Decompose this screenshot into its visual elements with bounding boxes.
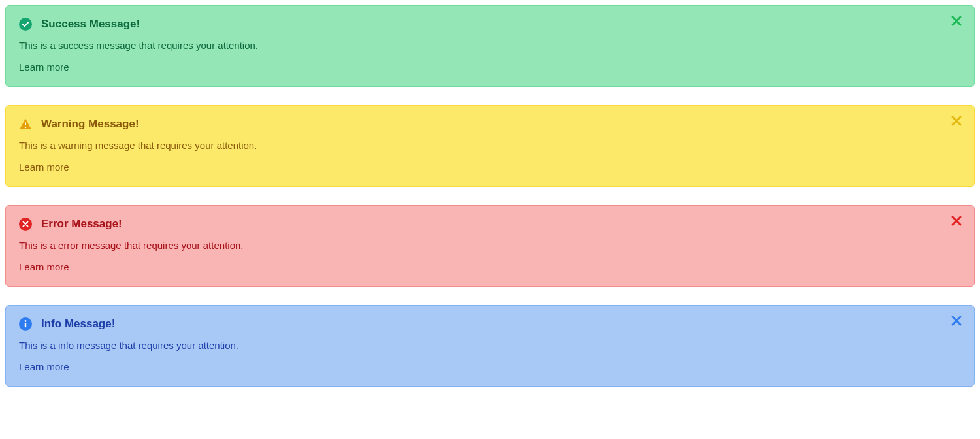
warning-triangle-icon <box>19 118 32 131</box>
alert-body: This is a success message that requires … <box>19 40 941 51</box>
alert-warning: Warning Message! This is a warning messa… <box>5 105 975 187</box>
learn-more-link[interactable]: Learn more <box>19 61 69 74</box>
close-icon <box>950 114 963 130</box>
learn-more-link[interactable]: Learn more <box>19 261 69 274</box>
alert-header: Success Message! <box>19 18 941 31</box>
svg-point-5 <box>25 320 27 322</box>
close-button[interactable] <box>949 315 964 329</box>
learn-more-link[interactable]: Learn more <box>19 161 69 174</box>
close-button[interactable] <box>949 15 964 29</box>
svg-point-0 <box>19 18 32 31</box>
svg-point-2 <box>25 127 26 128</box>
alert-title: Info Message! <box>41 317 115 331</box>
close-icon <box>950 314 963 330</box>
alert-header: Error Message! <box>19 218 941 231</box>
alert-header: Info Message! <box>19 317 941 331</box>
close-button[interactable] <box>949 115 964 129</box>
alert-title: Success Message! <box>41 18 140 31</box>
alert-title: Warning Message! <box>41 118 139 131</box>
svg-rect-1 <box>25 122 26 125</box>
svg-rect-6 <box>25 323 26 327</box>
info-circle-icon <box>19 317 32 331</box>
alert-body: This is a error message that requires yo… <box>19 240 941 251</box>
alert-body: This is a warning message that requires … <box>19 140 941 151</box>
learn-more-link[interactable]: Learn more <box>19 361 69 374</box>
close-icon <box>950 14 963 30</box>
alert-info: Info Message! This is a info message tha… <box>5 305 975 387</box>
x-circle-icon <box>19 218 32 231</box>
alert-success: Success Message! This is a success messa… <box>5 5 975 87</box>
close-button[interactable] <box>949 215 964 229</box>
close-icon <box>950 214 963 230</box>
alert-body: This is a info message that requires you… <box>19 340 941 351</box>
alert-title: Error Message! <box>41 218 122 231</box>
alert-error: Error Message! This is a error message t… <box>5 205 975 287</box>
alert-header: Warning Message! <box>19 118 941 131</box>
check-circle-icon <box>19 18 32 31</box>
